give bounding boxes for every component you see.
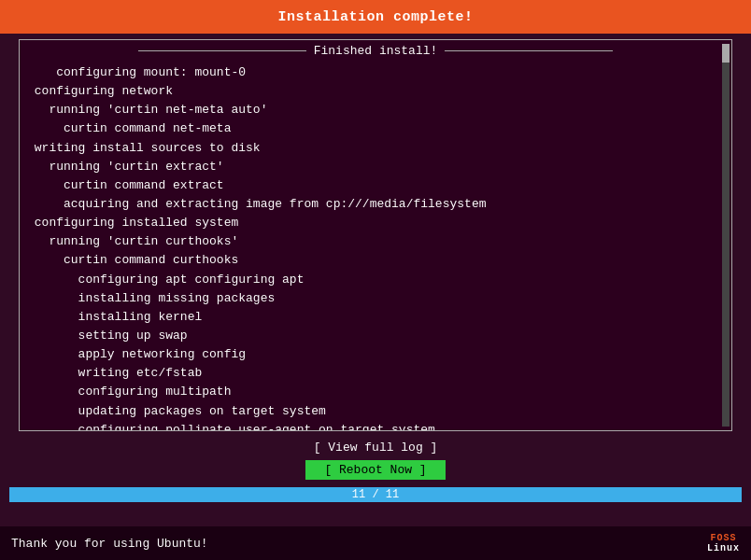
bottom-bar: Thank you for using Ubuntu! FOSS Linux bbox=[0, 526, 751, 560]
log-line: configuring network bbox=[27, 82, 716, 101]
log-line: writing install sources to disk bbox=[27, 139, 716, 158]
header-dash-left bbox=[138, 50, 306, 51]
header-dash-right bbox=[445, 50, 613, 51]
foss-text: FOSS bbox=[710, 533, 736, 543]
scrollbar-thumb[interactable] bbox=[722, 44, 730, 63]
log-line: curtin command curthooks bbox=[27, 251, 716, 270]
log-line: curtin command extract bbox=[27, 176, 716, 195]
log-line: updating packages on target system bbox=[27, 402, 716, 421]
scrollbar[interactable] bbox=[722, 44, 730, 427]
terminal-header-line: Finished install! bbox=[20, 44, 731, 58]
progress-bar-container: 11 / 11 bbox=[9, 487, 742, 502]
log-line: writing etc/fstab bbox=[27, 364, 716, 383]
linux-text: Linux bbox=[707, 543, 740, 553]
log-line: apply networking config bbox=[27, 345, 716, 364]
bottom-text: Thank you for using Ubuntu! bbox=[11, 537, 208, 551]
view-log-button[interactable]: [ View full log ] bbox=[306, 439, 446, 456]
log-line: curtin command net-meta bbox=[27, 119, 716, 138]
terminal-box: Finished install! configuring mount: mou… bbox=[19, 39, 732, 431]
log-line: running 'curtin curthooks' bbox=[27, 232, 716, 251]
foss-linux-logo: FOSS Linux bbox=[707, 533, 740, 553]
progress-area: 11 / 11 bbox=[9, 487, 742, 502]
progress-label: 11 / 11 bbox=[9, 487, 742, 502]
terminal-header: Finished install! bbox=[20, 40, 731, 62]
top-bar: Installation complete! bbox=[0, 0, 751, 34]
log-line: configuring apt configuring apt bbox=[27, 271, 716, 289]
log-line: acquiring and extracting image from cp:/… bbox=[27, 195, 716, 214]
log-line: configuring pollinate user-agent on targ… bbox=[27, 421, 716, 431]
reboot-now-button[interactable]: [ Reboot Now ] bbox=[305, 460, 445, 480]
log-line: installing missing packages bbox=[27, 289, 716, 308]
log-line: configuring mount: mount-0 bbox=[27, 63, 716, 82]
log-line: setting up swap bbox=[27, 327, 716, 345]
log-line: running 'curtin net-meta auto' bbox=[27, 101, 716, 119]
log-content: configuring mount: mount-0 configuring n… bbox=[20, 62, 731, 431]
log-line: configuring installed system bbox=[27, 214, 716, 232]
terminal-header-text: Finished install! bbox=[314, 44, 438, 58]
top-bar-title: Installation complete! bbox=[277, 9, 473, 25]
log-line: configuring multipath bbox=[27, 383, 716, 401]
log-line: running 'curtin extract' bbox=[27, 158, 716, 176]
log-line: installing kernel bbox=[27, 308, 716, 327]
buttons-area: [ View full log ] [ Reboot Now ] bbox=[0, 439, 751, 480]
